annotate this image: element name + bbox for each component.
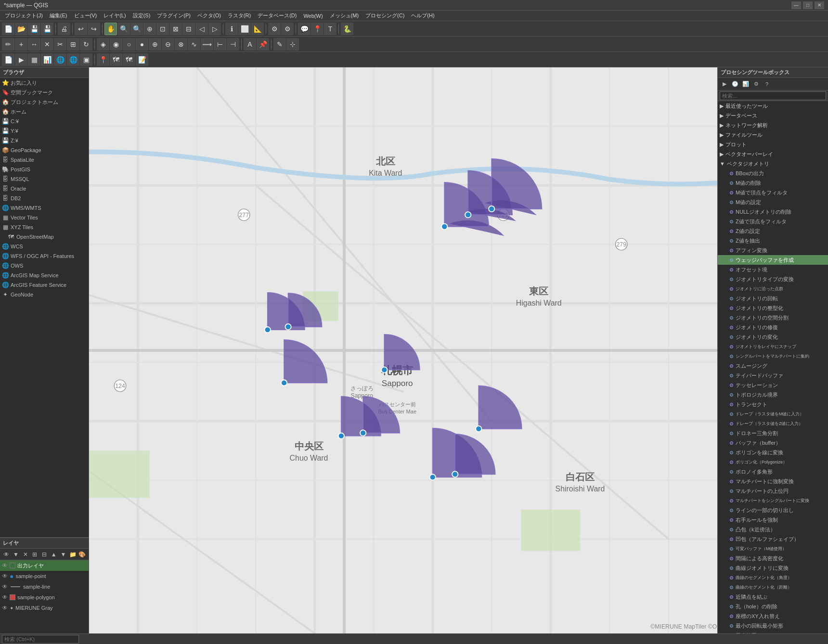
menu-web[interactable]: Web(W) xyxy=(300,12,325,20)
toolbox-results-button[interactable]: 📊 xyxy=(741,79,750,89)
map-container[interactable]: 北区 Kita Ward 東区 Higashi Ward 札幌市 Sapporo… xyxy=(89,67,717,633)
maximize-button[interactable]: □ xyxy=(803,1,813,9)
offset-curve-button[interactable]: ⟿ xyxy=(201,38,213,51)
close-button[interactable]: ✕ xyxy=(815,1,824,9)
trim-button[interactable]: ⊢ xyxy=(214,38,226,51)
tool-item-tapered-buffer[interactable]: ⚙ テイパードバッファ xyxy=(718,371,828,380)
toolbox-search-input[interactable] xyxy=(720,91,826,100)
browser-item-y-drive[interactable]: 💾 Y:¥ xyxy=(0,126,89,136)
layer-collapse-button[interactable]: ⊟ xyxy=(40,550,49,559)
menu-database[interactable]: データベース(D) xyxy=(255,11,299,20)
layer-remove-button[interactable]: ✕ xyxy=(21,550,30,559)
browser-item-z-drive[interactable]: 💾 Z:¥ xyxy=(0,136,89,145)
add-ring-button[interactable]: ○ xyxy=(123,38,135,51)
tool-item-offset[interactable]: ⚙ オフセット境 xyxy=(718,265,828,274)
browser-item-c-drive[interactable]: 💾 C:¥ xyxy=(0,116,89,126)
tool-item-densify[interactable]: ⚙ 間隔による高密度化 xyxy=(718,554,828,563)
browser-item-wcs[interactable]: 🌐 WCS xyxy=(0,242,89,251)
tool-item-z-set[interactable]: ⚙ Z値の設定 xyxy=(718,226,828,236)
tool-category-plots[interactable]: ▶ プロット xyxy=(718,140,828,149)
browser-item-oracle[interactable]: 🗄 Oracle xyxy=(0,184,89,193)
undo-button[interactable]: ↩ xyxy=(75,23,87,35)
tool-item-affine[interactable]: ⚙ アフィン変換 xyxy=(718,245,828,255)
layer-group-button[interactable]: 📁 xyxy=(68,550,78,559)
bottom-search-input[interactable] xyxy=(2,635,79,644)
tool-item-convex[interactable]: ⚙ 凸包（k近傍法） xyxy=(718,525,828,534)
measure-button[interactable]: 📐 xyxy=(251,23,264,35)
digitize-button[interactable]: ✏ xyxy=(2,38,14,51)
tool-item-poly-to-line[interactable]: ⚙ ポリゴンを線に変換 xyxy=(718,448,828,457)
zoom-selection-button[interactable]: ⊠ xyxy=(169,23,182,35)
tool-item-drape-z[interactable]: ⚙ ドレープ（ラスタ値をZ値に入力） xyxy=(718,419,828,428)
delete-part-button[interactable]: ⊗ xyxy=(175,38,187,51)
toolbox-options-button[interactable]: ⚙ xyxy=(751,79,761,89)
add-vector-button[interactable]: ▶ xyxy=(15,53,27,66)
print-layout-button[interactable]: 🖨 xyxy=(58,23,70,35)
tool-item-m-filter[interactable]: ⚙ M値で頂点をフィルタ xyxy=(718,188,828,197)
processing-button[interactable]: ⚙ xyxy=(281,23,294,35)
browser-item-bookmarks[interactable]: 🔖 空間ブックマーク xyxy=(0,88,89,97)
delete-ring-button[interactable]: ⊖ xyxy=(162,38,174,51)
tool-item-wedge-buffer[interactable]: ⚙ ウェッジバッファを作成 xyxy=(718,255,828,265)
save-project-button[interactable]: 💾 xyxy=(28,23,40,35)
zoom-last-button[interactable]: ◁ xyxy=(195,23,208,35)
toolbox-run-button[interactable]: ▶ xyxy=(720,79,729,89)
layer-move-up-button[interactable]: ▲ xyxy=(49,550,58,559)
tool-item-buffer[interactable]: ⚙ バッファ（buffer） xyxy=(718,438,828,448)
tool-item-rotate[interactable]: ⚙ ジオメトリの回転 xyxy=(718,294,828,303)
layer-item-sample-line[interactable]: 👁 sample-line xyxy=(0,581,89,592)
browser-item-postgis[interactable]: 🐘 PostGIS xyxy=(0,165,89,174)
python-button[interactable]: 🐍 xyxy=(341,23,353,35)
tool-item-smooth[interactable]: ⚙ スムージング xyxy=(718,361,828,371)
tool-category-overlay[interactable]: ▶ ベクタオーバーレイ xyxy=(718,149,828,159)
add-feature-button[interactable]: + xyxy=(15,38,27,51)
browser-item-vector-tiles[interactable]: ▦ Vector Tiles xyxy=(0,213,89,222)
tool-item-transect[interactable]: ⚙ トランセクト xyxy=(718,399,828,409)
tool-category-file[interactable]: ▶ ファイルツール xyxy=(718,130,828,140)
browser-item-favorites[interactable]: ⭐ お気に入り xyxy=(0,78,89,88)
menu-edit[interactable]: 編集(E) xyxy=(47,11,70,20)
tool-item-m-remove[interactable]: ⚙ M値の削除 xyxy=(718,178,828,188)
zoom-full-button[interactable]: ⊕ xyxy=(143,23,156,35)
menu-settings[interactable]: 設定(S) xyxy=(130,11,154,20)
zoom-native-button[interactable]: ⊟ xyxy=(182,23,195,35)
browser-item-spatialite[interactable]: 🗄 SpatiaLite xyxy=(0,155,89,165)
tool-item-multi-to-single[interactable]: ⚙ マルチパートをシングルパートに変換 xyxy=(718,496,828,505)
reshape-button[interactable]: ∿ xyxy=(188,38,200,51)
browser-item-geopackage[interactable]: 📦 GeoPackage xyxy=(0,145,89,155)
tool-item-tessellation[interactable]: ⚙ テッセレーション xyxy=(718,380,828,390)
menu-mesh[interactable]: メッシュ(M) xyxy=(327,11,362,20)
pan-button[interactable]: ✋ xyxy=(104,23,117,35)
select-button[interactable]: ⬜ xyxy=(238,23,251,35)
tool-item-min-geom[interactable]: ⚙ 最小範囲ジオメトリ xyxy=(718,631,828,633)
minimize-button[interactable]: — xyxy=(791,1,801,9)
menu-plugins[interactable]: プラグイン(P) xyxy=(154,11,194,20)
browser-item-arcgis-map[interactable]: 🌐 ArcGIS Map Service xyxy=(0,270,89,280)
select-location-button[interactable]: 📍 xyxy=(97,53,109,66)
browser-item-ows[interactable]: 🌐 OWS xyxy=(0,261,89,270)
rotate-feature-button[interactable]: ↻ xyxy=(80,38,92,51)
tool-item-geom-convert[interactable]: ⚙ ジオメトリタイプの変換 xyxy=(718,274,828,284)
vertex-tool-button[interactable]: ◈ xyxy=(97,38,109,51)
tool-item-alpha-shape[interactable]: ⚙ 凹包（アルファシェイプ） xyxy=(718,534,828,544)
coordinate-button[interactable]: 🗺 xyxy=(110,53,122,66)
add-xyz-button[interactable]: ▣ xyxy=(80,53,92,66)
layer-expand-button[interactable]: ⊞ xyxy=(30,550,39,559)
tool-item-right-angle[interactable]: ⚙ 右手ルールを強制 xyxy=(718,515,828,525)
tool-item-voronoi[interactable]: ⚙ ポロノイ多角形 xyxy=(718,467,828,477)
tool-item-bbox[interactable]: ⚙ BBoxの出力 xyxy=(718,168,828,178)
menu-processing[interactable]: プロセシング(C) xyxy=(362,11,407,20)
tool-item-multi-force[interactable]: ⚙ マルチパートに強制変換 xyxy=(718,477,828,486)
menu-vector[interactable]: ベクタ(O) xyxy=(194,11,224,20)
identify-button[interactable]: ℹ xyxy=(225,23,238,35)
new-project-button[interactable]: 📄 xyxy=(2,23,14,35)
tool-category-geometry[interactable]: ▼ ベクタジオメトリ xyxy=(718,159,828,168)
tool-item-snap[interactable]: ⚙ ジオメトリをレイヤにスナップ xyxy=(718,342,828,351)
browser-item-project-home[interactable]: 🏠 プロジェクトホーム xyxy=(0,97,89,107)
layer-notes-button[interactable]: 📝 xyxy=(136,53,148,66)
toolbox-help-button[interactable]: ? xyxy=(762,79,772,89)
open-project-button[interactable]: 📂 xyxy=(15,23,27,35)
toolbox-history-button[interactable]: 🕐 xyxy=(730,79,740,89)
tool-category-recent[interactable]: ▶ 最近使ったツール xyxy=(718,101,828,111)
tool-item-nearest-point[interactable]: ⚙ ジオメトリに沿った点群 xyxy=(718,284,828,294)
